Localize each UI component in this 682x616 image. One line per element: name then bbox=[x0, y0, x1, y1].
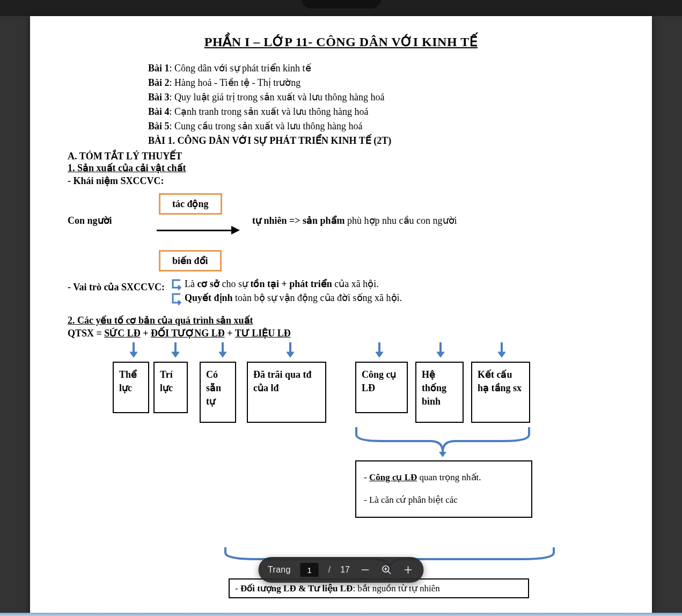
page-title: PHẦN I – LỚP 11- CÔNG DÂN VỚI KINH TẾ bbox=[68, 34, 614, 49]
role-label: - Vai trò của SXCCVC: bbox=[68, 281, 165, 293]
svg-line-2 bbox=[388, 571, 391, 574]
qtsx-equation: QTSX = SỨC LĐ + ĐỐI TƯỢNG LĐ + TƯ LIỆU L… bbox=[68, 327, 614, 339]
document-page: PHẦN I – LỚP 11- CÔNG DÂN VỚI KINH TẾ Bà… bbox=[30, 16, 652, 616]
bracket-icon bbox=[170, 279, 184, 307]
role-lines: Là cơ sở cho sự tồn tại + phát triển của… bbox=[185, 277, 402, 305]
page-input[interactable] bbox=[300, 563, 319, 577]
note-box-congcu: - Công cụ LĐ quan trọng nhất. - Là căn c… bbox=[355, 460, 532, 518]
diagram-result: tự nhiên => sản phẩm phù hợp nhu cầu con… bbox=[252, 215, 457, 226]
page-label: Trang bbox=[268, 565, 291, 575]
subsection-2-heading: 2. Các yếu tố cơ bản của quá trình sản x… bbox=[68, 314, 614, 326]
factor-box-datrai: Đã trãi qua tđ của lđ bbox=[247, 362, 326, 423]
diagram-subject: Con người bbox=[68, 215, 112, 226]
lesson-item: Bài 2: Hàng hoá - Tiền tệ - Thị trường bbox=[148, 76, 614, 90]
page-total: 17 bbox=[340, 565, 350, 575]
lesson-list: Bài 1: Công dân với sự phát triển kinh t… bbox=[148, 61, 614, 148]
top-bar bbox=[0, 0, 682, 16]
section-a-heading: A. TÓM TẮT LÝ THUYẾT bbox=[68, 150, 614, 162]
zoom-out-button[interactable] bbox=[360, 564, 371, 576]
lesson-item: Bài 5: Cung cầu trong sản xuất và lưu th… bbox=[148, 119, 614, 134]
concept-diagram: Con người tác động biến đổi tự nhiên => … bbox=[68, 193, 614, 274]
pdf-viewer-frame: PHẦN I – LỚP 11- CÔNG DÂN VỚI KINH TẾ Bà… bbox=[0, 0, 682, 616]
curly-brace-small bbox=[355, 424, 530, 458]
lesson-item: Bài 4: Cạnh tranh trong sản xuất và lưu … bbox=[148, 105, 614, 119]
factor-box-ketcau: Kết cấu hạ tầng sx bbox=[471, 362, 530, 423]
factor-box-cosan: Có sẵn tự bbox=[200, 362, 236, 423]
concept-label: - Khái niệm SXCCVC: bbox=[68, 175, 614, 187]
lesson-item: Bài 3: Quy luật giá trị trong sản xuất v… bbox=[148, 90, 614, 105]
factor-box-congcu: Công cụ LĐ bbox=[355, 362, 408, 413]
arrow-right-icon bbox=[157, 229, 240, 232]
role-bracket: Là cơ sở cho sự tồn tại + phát triển của… bbox=[185, 277, 402, 305]
bottom-edge-bar bbox=[0, 613, 682, 616]
diagram-box-tacdong: tác động bbox=[159, 193, 222, 215]
factor-box-theluc: Thể lực bbox=[113, 362, 149, 413]
pdf-toolbar: Trang / 17 bbox=[258, 557, 424, 583]
factor-box-hethong: Hệ thống bình bbox=[415, 362, 464, 423]
diagram-box-biendoi: biến đổi bbox=[159, 250, 222, 272]
factor-box-triluc: Trí lực bbox=[153, 362, 188, 413]
lesson-item: Bài 1: Công dân với sự phát triển kinh t… bbox=[148, 61, 614, 76]
top-bar-pill bbox=[301, 0, 382, 9]
role-block: - Vai trò của SXCCVC: Là cơ sở cho sự tồ… bbox=[68, 279, 614, 311]
subsection-1-heading: 1. Sản xuất của cải vật chất bbox=[68, 162, 614, 174]
lesson-1-title: BÀI 1. CÔNG DÂN VỚI SỰ PHÁT TRIỂN KINH T… bbox=[148, 134, 614, 148]
zoom-reset-button[interactable] bbox=[381, 564, 393, 576]
zoom-in-button[interactable] bbox=[402, 564, 414, 576]
page-separator: / bbox=[328, 565, 331, 575]
